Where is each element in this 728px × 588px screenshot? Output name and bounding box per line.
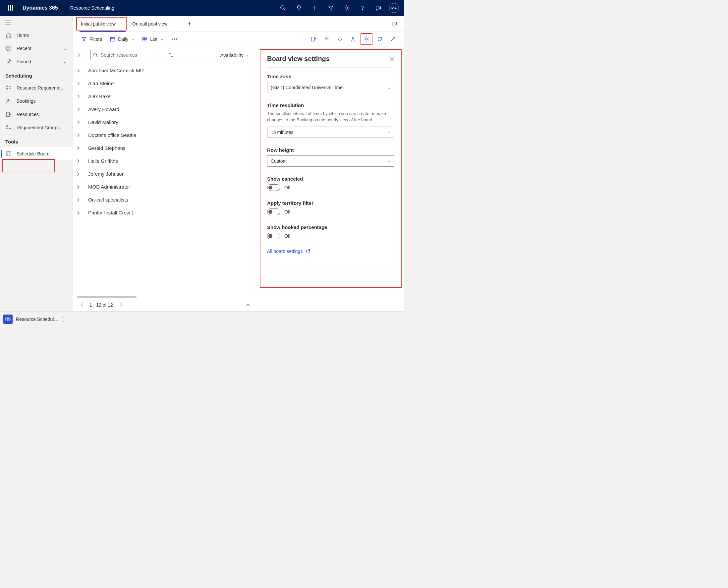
sidebar-item-resources[interactable]: Resources	[0, 108, 72, 121]
availability-dropdown[interactable]: Availability ⌄	[220, 52, 253, 58]
board-toolbar: Filters Daily ⌄ List ⌄ •••	[73, 32, 404, 46]
board-settings-gear-icon[interactable]	[361, 33, 372, 45]
resource-row[interactable]: Alan Steiner	[73, 77, 257, 90]
resource-row[interactable]: Alex Baker	[73, 90, 257, 103]
sidebar-toggle[interactable]	[0, 17, 72, 28]
app-launcher-button[interactable]	[3, 0, 19, 16]
sidebar-item-resource-requirements[interactable]: Resource Requireme…	[0, 81, 72, 94]
sort-button[interactable]	[167, 51, 175, 59]
toggle-state: Off	[284, 233, 290, 239]
resource-name: Gerald Stephens	[88, 145, 126, 151]
lightbulb-icon[interactable]	[291, 0, 307, 16]
resource-row[interactable]: Abraham McCormick MD	[73, 64, 257, 77]
sidebar-recent[interactable]: Recent ⌄	[0, 42, 72, 55]
sidebar-pinned[interactable]: Pinned ⌄	[0, 55, 72, 68]
svg-point-41	[94, 53, 97, 56]
tab-on-call-pool-view[interactable]: On-call pool view ⋮	[128, 16, 180, 32]
tab-initial-public-view[interactable]: Initial public view ⋮	[77, 16, 128, 32]
list-dropdown[interactable]: List ⌄	[139, 35, 167, 44]
resource-row[interactable]: Printer Install Crew 1	[73, 206, 257, 219]
resource-row[interactable]: Halle Griffiths	[73, 154, 257, 167]
search-resources-input[interactable]	[90, 50, 163, 60]
resource-row[interactable]: Avery Howard	[73, 103, 257, 116]
details-panel-icon[interactable]	[321, 33, 333, 45]
resource-name: Jeremy Johnson	[88, 171, 125, 177]
notifications-icon[interactable]	[334, 33, 346, 45]
svg-point-11	[7, 86, 8, 87]
funnel-icon[interactable]	[323, 0, 339, 16]
product-brand: Dynamics 365	[19, 5, 62, 11]
chat-panel-icon[interactable]	[392, 21, 398, 27]
svg-point-0	[281, 6, 284, 9]
app-badge[interactable]: RS	[3, 315, 13, 324]
svg-rect-26	[111, 38, 115, 41]
collapse-panel-button[interactable]	[77, 53, 86, 57]
chat-support-icon[interactable]	[370, 0, 386, 16]
refresh-icon[interactable]	[374, 33, 386, 45]
expand-icon[interactable]	[387, 33, 399, 45]
resource-row[interactable]: On-call specialists	[73, 193, 257, 206]
area-switcher-chevrons[interactable]: ⌃⌄	[62, 317, 65, 321]
prev-page-button[interactable]	[78, 301, 85, 309]
user-avatar[interactable]: MA	[389, 3, 399, 13]
resource-list-header: Availability ⌄	[73, 46, 257, 64]
search-input-field[interactable]	[101, 52, 160, 58]
apply-territory-toggle[interactable]	[267, 209, 280, 215]
help-icon[interactable]	[355, 0, 370, 16]
svg-point-5	[362, 9, 363, 10]
show-canceled-toggle[interactable]	[267, 184, 280, 191]
all-board-settings-link[interactable]: All board settings	[267, 249, 394, 254]
show-booked-toggle[interactable]	[267, 233, 280, 239]
content-area: Initial public view ⋮ On-call pool view …	[73, 16, 404, 311]
resource-name: Alan Steiner	[88, 81, 115, 86]
availability-label: Availability	[220, 52, 243, 58]
sidebar-item-schedule-board[interactable]: Schedule Board	[0, 147, 72, 161]
people-list-icon	[5, 85, 12, 91]
resource-row[interactable]: Doctor's office Seattle	[73, 129, 257, 142]
svg-point-40	[365, 38, 367, 40]
svg-point-4	[346, 7, 347, 8]
close-settings-button[interactable]	[389, 56, 394, 62]
sidebar-item-bookings[interactable]: Bookings	[0, 94, 72, 108]
popout-icon	[306, 249, 311, 254]
filters-button[interactable]: Filters	[78, 35, 105, 44]
next-page-button[interactable]	[117, 301, 124, 309]
apply-territory-label: Apply territory filter	[267, 200, 394, 206]
resource-icon	[5, 111, 12, 118]
sidebar-home[interactable]: Home	[0, 28, 72, 42]
add-icon[interactable]	[307, 0, 323, 16]
resource-row[interactable]: David Mallory	[73, 116, 257, 129]
chevron-down-icon: ⌄	[132, 37, 134, 41]
chevron-down-icon: ⌄	[63, 46, 67, 51]
person-icon[interactable]	[347, 33, 359, 45]
sidebar-label: Schedule Board	[17, 151, 50, 156]
tab-more-icon[interactable]: ⋮	[120, 22, 124, 26]
gear-icon[interactable]	[339, 0, 355, 16]
chevron-right-icon	[77, 159, 84, 163]
add-tab-button[interactable]: +	[183, 17, 196, 30]
clock-icon	[5, 45, 12, 52]
more-toolbar-button[interactable]: •••	[168, 35, 181, 44]
tab-label: Initial public view	[81, 21, 116, 26]
waffle-icon	[8, 5, 13, 10]
timeres-value: 15 minutes	[271, 130, 293, 135]
book-icon[interactable]	[307, 33, 319, 45]
chevron-right-icon	[77, 198, 84, 202]
resource-row[interactable]: Gerald Stephens	[73, 142, 257, 154]
sidebar-recent-label: Recent	[17, 46, 31, 51]
daily-dropdown[interactable]: Daily ⌄	[107, 35, 137, 44]
board-settings-panel: Board view settings Time zone (GMT) Coor…	[257, 46, 404, 311]
rowheight-select[interactable]: Custom ⌄	[267, 155, 394, 167]
resource-row[interactable]: MOD Administrator	[73, 180, 257, 193]
sidebar-item-requirement-groups[interactable]: Requirement Groups	[0, 121, 72, 134]
search-icon[interactable]	[275, 0, 291, 16]
horizontal-scrollbar[interactable]	[73, 294, 257, 298]
svg-point-18	[7, 128, 8, 129]
highlight-box	[2, 159, 55, 172]
tab-more-icon[interactable]: ⋮	[172, 22, 176, 26]
timezone-select[interactable]: (GMT) Coordinated Universal Time ⌄	[267, 82, 394, 93]
timeres-select[interactable]: 15 minutes ⌄	[267, 127, 394, 138]
collapse-up-button[interactable]	[244, 302, 252, 308]
resource-name: Halle Griffiths	[88, 158, 118, 164]
resource-row[interactable]: Jeremy Johnson	[73, 167, 257, 180]
